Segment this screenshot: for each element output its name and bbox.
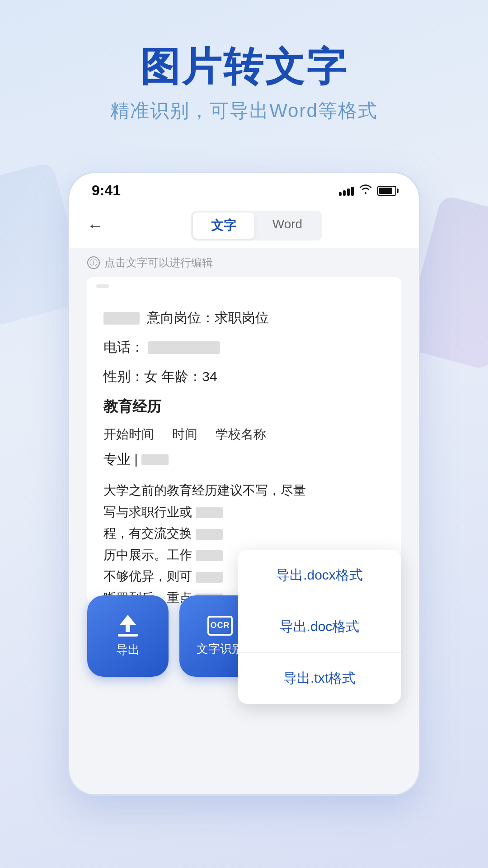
status-bar: 9:41 [69,173,419,203]
phone-mockup: 9:41 ← 文字 [68,172,420,796]
blurred-photo [103,312,140,325]
sub-title: 精准识别，可导出Word等格式 [27,98,461,123]
tab-word[interactable]: Word [254,212,320,239]
header-area: 图片转文字 精准识别，可导出Word等格式 [0,45,488,123]
export-doc[interactable]: 导出.doc格式 [238,601,401,653]
export-menu: 导出.docx格式 导出.doc格式 导出.txt格式 [238,550,401,704]
page-indicator [96,284,109,288]
main-title: 图片转文字 [27,45,461,89]
export-label: 导出 [116,642,140,658]
phone-label: 电话： [103,338,144,357]
info-hint: 点击文字可以进行编辑 [104,255,213,270]
ocr-label: 文字识别 [197,641,244,657]
blurred-phone-number [148,341,220,354]
advisory-line-1: 大学之前的教育经历建议不写，尽量 [103,483,306,497]
advisory-line-5: 不够优异，则可 [103,569,192,583]
col-school: 学校名称 [216,426,266,443]
tab-group: 文字 Word [191,211,322,241]
export-button[interactable]: 导出 [87,595,169,677]
col-end-time: 时间 [172,426,197,443]
export-docx[interactable]: 导出.docx格式 [238,550,401,601]
tab-wenzi[interactable]: 文字 [193,212,254,239]
job-title-text: 意向岗位：求职岗位 [147,309,269,327]
specialty-text: 专业 | [103,450,138,469]
doc-row-gender-age: 性别：女 年龄：34 [103,368,385,386]
advisory-line-4: 历中展示。工作 [103,548,192,562]
status-icons [339,184,396,197]
gender-age-text: 性别：女 年龄：34 [103,368,217,386]
nav-bar: ← 文字 Word [69,203,419,248]
doc-row-phone: 电话： [103,338,385,357]
section-education: 教育经历 [103,397,385,417]
back-button[interactable]: ← [87,216,103,235]
col-start-time: 开始时间 [103,426,154,443]
export-txt[interactable]: 导出.txt格式 [238,653,401,704]
action-buttons-area: 导出 OCR 文字识别 [87,595,261,677]
signal-icon [339,186,354,196]
status-time: 9:41 [92,182,121,199]
ocr-icon: OCR [207,616,233,636]
advisory-line-3: 程，有交流交换 [103,526,192,540]
info-icon: ⓘ [87,256,100,269]
info-bar: ⓘ 点击文字可以进行编辑 [69,248,419,277]
table-header: 开始时间 时间 学校名称 [103,426,385,443]
doc-row-job: 意向岗位：求职岗位 [103,309,385,327]
doc-row-specialty: 专业 | [103,450,385,469]
wifi-icon [359,184,372,197]
battery-icon [377,186,396,196]
advisory-line-2: 写与求职行业或 [103,505,192,519]
upload-icon [118,615,138,637]
